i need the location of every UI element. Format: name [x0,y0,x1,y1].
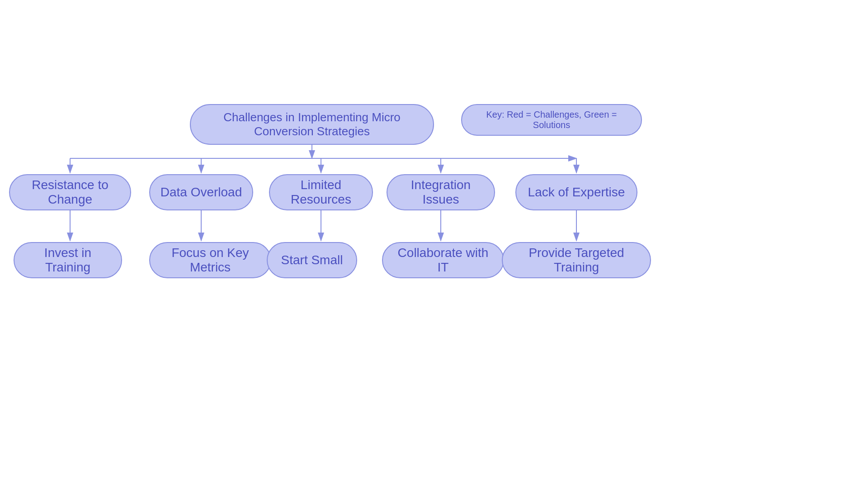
focus-label: Focus on Key Metrics [159,246,261,275]
key-label: Key: Red = Challenges, Green = Solutions [471,109,632,130]
root-node: Challenges in Implementing Micro Convers… [190,104,434,145]
focus-node: Focus on Key Metrics [149,242,271,278]
start-node: Start Small [267,242,357,278]
limited-node: Limited Resources [269,174,373,210]
integration-node: Integration Issues [387,174,495,210]
collaborate-label: Collaborate with IT [392,246,494,275]
lack-label: Lack of Expertise [528,185,625,200]
root-label: Challenges in Implementing Micro Convers… [200,110,424,138]
lack-node: Lack of Expertise [515,174,637,210]
key-node: Key: Red = Challenges, Green = Solutions [461,104,642,136]
invest-node: Invest in Training [14,242,122,278]
diagram-container: Challenges in Implementing Micro Convers… [0,0,868,490]
integration-label: Integration Issues [396,178,485,207]
resistance-label: Resistance to Change [19,178,121,207]
limited-label: Limited Resources [279,178,363,207]
provide-label: Provide Targeted Training [512,246,641,275]
provide-node: Provide Targeted Training [502,242,651,278]
invest-label: Invest in Training [24,246,112,275]
collaborate-node: Collaborate with IT [382,242,504,278]
resistance-node: Resistance to Change [9,174,131,210]
data-overload-label: Data Overload [160,185,242,200]
data-overload-node: Data Overload [149,174,253,210]
start-label: Start Small [281,253,343,267]
